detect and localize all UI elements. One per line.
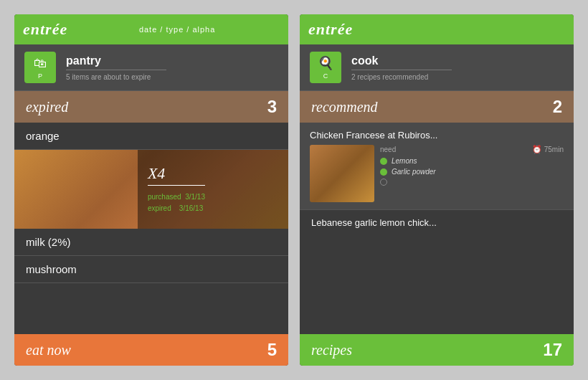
orange-overlay: X4 purchased 3/1/13 expired 3/16/13 [138,150,288,229]
pantry-title: pantry [66,54,166,70]
pantry-icon-box: 🛍 P [24,52,56,83]
milk-item[interactable]: milk (2%) [14,229,288,256]
purchase-info: purchased 3/1/13 expired 3/16/13 [148,191,205,214]
cook-subtitle: 2 recipes recommended [351,73,452,81]
purchased-label: purchased [148,193,181,201]
orange-item[interactable]: orange [14,123,288,150]
pantry-info: pantry 5 items are about to expire [66,54,166,81]
right-logo: entrée [308,20,353,39]
recipes-count: 17 [543,340,562,360]
right-header: entrée [300,14,574,44]
need-header: need ⏰ 75min [380,145,564,154]
dot-1 [380,158,387,165]
time-value: 75min [544,146,564,153]
recipe-image [310,145,374,202]
recommend-label: recommend [311,99,553,115]
recommend-count: 2 [553,97,562,117]
pantry-icon: 🛍 [34,56,47,71]
need-label: need [380,146,396,153]
expired-text-label: expired [148,204,171,212]
purchased-date: 3/1/13 [185,193,205,201]
ingredient-1-item: Lemons [380,157,564,165]
left-nav[interactable]: date / type / alpha [75,25,280,34]
eat-now-banner[interactable]: eat now 5 [14,334,288,366]
clock-icon: ⏰ [532,145,542,154]
recipes-label: recipes [311,342,543,358]
ingredient-2: Garlic powder [392,168,436,176]
recipes-banner[interactable]: recipes 17 [300,334,574,366]
cook-icon-label: C [323,72,328,80]
expired-count: 3 [267,97,277,117]
expired-text-date: 3/16/13 [179,204,203,212]
ingredient-list: Lemons Garlic powder [380,157,564,186]
cook-title: cook [351,54,452,70]
recipe-card: Chicken Francese at Rubiros... need ⏰ 75… [300,123,574,209]
expired-banner[interactable]: expired 3 [14,91,288,123]
left-header: entrée date / type / alpha [14,14,288,44]
ingredient-3-item [380,179,564,186]
pantry-subtitle: 5 items are about to expire [66,73,166,81]
time-badge: ⏰ 75min [532,145,564,154]
right-panel: entrée 🍳 C cook 2 recipes recommended re… [300,14,574,366]
recipe-meta: need ⏰ 75min Lemons Garlic [380,145,564,186]
recipe-1-name[interactable]: Chicken Francese at Rubiros... [310,130,564,141]
ingredient-2-item: Garlic powder [380,168,564,176]
recipe-2-item[interactable]: Lebanese garlic lemon chick... [300,209,574,235]
left-logo: entrée [23,20,67,39]
dot-3 [380,179,387,186]
pantry-icon-label: P [38,72,42,80]
eat-now-label: eat now [26,342,267,358]
cook-icon: 🍳 [318,55,333,71]
eat-now-count: 5 [267,340,277,360]
expired-label: expired [26,99,267,115]
pantry-section-header: 🛍 P pantry 5 items are about to expire [14,44,288,91]
mushroom-item[interactable]: mushroom [14,256,288,283]
cook-section-header: 🍳 C cook 2 recipes recommended [300,44,574,91]
recommend-banner[interactable]: recommend 2 [300,91,574,123]
left-panel: entrée date / type / alpha 🛍 P pantry 5 … [14,14,288,366]
recipe-details: need ⏰ 75min Lemons Garlic [310,145,564,202]
dot-2 [380,168,387,176]
orange-image: X4 purchased 3/1/13 expired 3/16/13 [14,150,288,229]
ingredient-1: Lemons [392,157,417,165]
cook-info: cook 2 recipes recommended [351,54,452,81]
cook-icon-box: 🍳 C [310,52,341,83]
orange-quantity: X4 [148,164,205,186]
